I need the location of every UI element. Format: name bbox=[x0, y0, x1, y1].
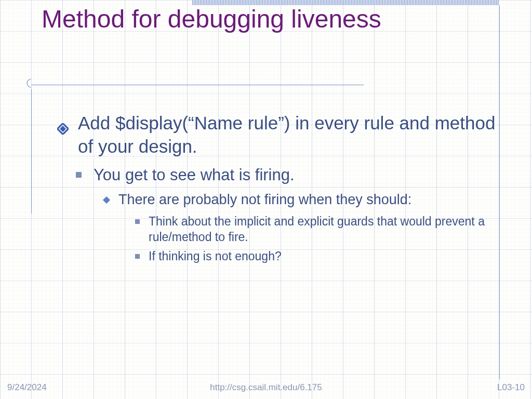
bullet-text: There are probably not firing when they … bbox=[118, 192, 411, 207]
bullet-text: If thinking is not enough? bbox=[149, 249, 282, 263]
bullet-level-2: You get to see what is firing. bbox=[76, 165, 499, 185]
slide-title: Method for debugging liveness bbox=[42, 3, 488, 35]
bullet-level-4: If thinking is not enough? bbox=[135, 248, 499, 264]
footer-url: http://csg.csail.mit.edu/6.175 bbox=[0, 382, 532, 393]
bullet-text: You get to see what is firing. bbox=[94, 166, 295, 184]
diamond-small-icon bbox=[103, 196, 110, 204]
slide-body: Add $display(“Name rule”) in every rule … bbox=[57, 112, 499, 268]
diamond-bullet-icon bbox=[57, 117, 69, 140]
bullet-text: Add $display(“Name rule”) in every rule … bbox=[78, 113, 495, 156]
bullet-level-1: Add $display(“Name rule”) in every rule … bbox=[57, 112, 499, 158]
bullet-level-4: Think about the implicit and explicit gu… bbox=[135, 214, 499, 246]
footer-date: 9/24/2024 bbox=[7, 382, 47, 393]
bullet-text: Think about the implicit and explicit gu… bbox=[149, 215, 485, 244]
footer-page-number: L03-10 bbox=[497, 382, 525, 393]
slide-footer: 9/24/2024 http://csg.csail.mit.edu/6.175… bbox=[0, 382, 532, 393]
bullet-level-3: There are probably not firing when they … bbox=[104, 191, 499, 209]
slide-content: Method for debugging liveness Add $displ… bbox=[0, 0, 532, 399]
